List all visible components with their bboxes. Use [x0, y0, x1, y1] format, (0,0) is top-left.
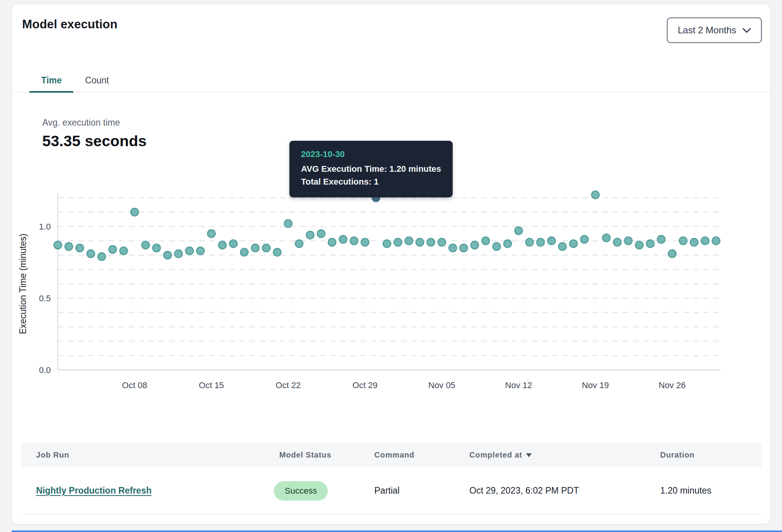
data-point[interactable] [175, 250, 182, 257]
data-point[interactable] [569, 240, 577, 247]
table-row: Nightly Production Refresh Success Parti… [21, 467, 762, 515]
data-point[interactable] [613, 238, 621, 246]
x-tick-label: Oct 22 [276, 380, 301, 390]
data-point[interactable] [164, 251, 171, 259]
column-header-completed-at[interactable]: Completed at [469, 451, 660, 459]
data-point[interactable] [317, 230, 325, 238]
x-tick-label: Oct 08 [122, 380, 147, 390]
tooltip-date: 2023-10-30 [301, 149, 441, 159]
column-header-model-status[interactable]: Model Status [279, 451, 374, 459]
data-point[interactable] [416, 238, 424, 246]
data-point[interactable] [273, 249, 281, 256]
card-header: Model execution Last 2 Months [22, 17, 762, 43]
data-point[interactable] [536, 238, 544, 246]
avg-execution-value: 53.35 seconds [42, 133, 147, 150]
data-point[interactable] [142, 241, 149, 249]
x-tick-label: Oct 29 [353, 380, 378, 390]
data-point[interactable] [185, 247, 193, 255]
data-point[interactable] [120, 247, 128, 255]
data-point[interactable] [230, 240, 237, 247]
command-cell: Partial [374, 485, 469, 496]
data-point[interactable] [625, 237, 632, 245]
status-badge: Success [274, 481, 328, 501]
data-point[interactable] [284, 220, 292, 228]
data-point[interactable] [361, 238, 369, 246]
data-point[interactable] [394, 238, 402, 246]
data-point[interactable] [493, 243, 500, 250]
data-point[interactable] [98, 253, 106, 261]
tab-time[interactable]: Time [29, 68, 73, 93]
x-tick-label: Nov 19 [582, 380, 609, 390]
data-point[interactable] [668, 250, 676, 257]
data-point[interactable] [559, 243, 566, 250]
data-point[interactable] [383, 240, 391, 247]
data-point[interactable] [581, 235, 588, 243]
page-title: Model execution [22, 17, 118, 31]
data-point[interactable] [65, 243, 73, 250]
date-range-dropdown[interactable]: Last 2 Months [667, 17, 762, 43]
x-tick-label: Nov 12 [505, 380, 532, 390]
data-point[interactable] [482, 237, 490, 245]
data-point[interactable] [87, 250, 95, 257]
data-point[interactable] [679, 237, 687, 245]
data-point[interactable] [350, 237, 358, 245]
data-point[interactable] [602, 234, 610, 242]
data-point[interactable] [646, 240, 654, 247]
data-point[interactable] [690, 238, 698, 246]
data-point[interactable] [504, 240, 512, 247]
data-point[interactable] [262, 244, 270, 252]
data-point[interactable] [295, 240, 303, 247]
data-point[interactable] [526, 238, 533, 246]
data-point[interactable] [438, 238, 446, 246]
data-point[interactable] [306, 231, 314, 239]
data-point[interactable] [328, 238, 336, 246]
data-point[interactable] [449, 244, 457, 252]
data-point[interactable] [657, 235, 665, 243]
data-point[interactable] [218, 241, 226, 249]
data-point[interactable] [109, 245, 116, 253]
data-point[interactable] [240, 249, 248, 256]
column-header-job-run[interactable]: Job Run [36, 451, 279, 459]
data-point[interactable] [635, 241, 643, 249]
column-header-duration[interactable]: Duration [660, 451, 762, 459]
job-run-link[interactable]: Nightly Production Refresh [36, 485, 152, 496]
column-header-command[interactable]: Command [374, 451, 469, 459]
data-point[interactable] [251, 244, 259, 252]
data-point[interactable] [515, 227, 522, 235]
tab-count[interactable]: Count [73, 68, 120, 93]
y-tick-label: 0.5 [39, 294, 51, 303]
chart-tooltip: 2023-10-30 AVG Execution Time: 1.20 minu… [289, 141, 453, 197]
data-point[interactable] [701, 237, 709, 245]
y-tick-label: 1.0 [39, 222, 51, 231]
data-point[interactable] [592, 191, 599, 199]
data-point[interactable] [548, 237, 555, 245]
data-point[interactable] [76, 244, 84, 252]
job-runs-table: Job Run Model Status Command Completed a… [21, 442, 762, 515]
chevron-down-icon [742, 28, 751, 33]
y-tick-label: 0.0 [39, 365, 51, 375]
data-point[interactable] [153, 244, 161, 252]
tooltip-avg-execution-time: AVG Execution Time: 1.20 minutes [301, 162, 441, 175]
duration-cell: 1.20 minutes [660, 485, 762, 496]
data-point[interactable] [427, 238, 435, 246]
scatter-chart: 0.00.51.0Oct 08Oct 15Oct 22Oct 29Nov 05N… [12, 187, 749, 398]
x-tick-label: Nov 26 [659, 380, 686, 390]
x-tick-label: Oct 15 [199, 380, 224, 390]
data-point[interactable] [339, 235, 347, 243]
avg-execution-label: Avg. execution time [42, 117, 147, 128]
data-point[interactable] [54, 241, 62, 249]
avg-execution-stats: Avg. execution time 53.35 seconds [42, 117, 147, 150]
data-point[interactable] [131, 208, 138, 216]
table-header-row: Job Run Model Status Command Completed a… [21, 442, 762, 467]
model-execution-card: Model execution Last 2 Months Time Count… [12, 4, 771, 524]
tooltip-total-executions: Total Executions: 1 [301, 175, 441, 188]
data-point[interactable] [471, 241, 479, 249]
data-point[interactable] [712, 237, 720, 245]
completed-at-cell: Oct 29, 2023, 6:02 PM PDT [469, 485, 660, 496]
date-range-label: Last 2 Months [678, 25, 736, 36]
sort-desc-icon [526, 453, 532, 457]
data-point[interactable] [197, 247, 204, 255]
data-point[interactable] [208, 230, 215, 238]
data-point[interactable] [405, 237, 413, 245]
data-point[interactable] [460, 244, 467, 252]
